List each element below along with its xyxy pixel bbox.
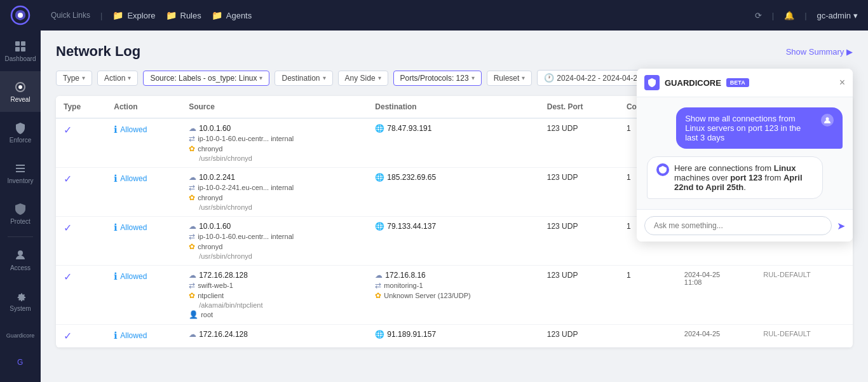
svg-rect-5 <box>21 47 25 51</box>
filter-ports-protocols[interactable]: Ports/Protocols: 123 ▾ <box>393 71 482 86</box>
sidebar-item-access[interactable]: Access <box>0 240 41 280</box>
cell-time: 2024-04-2511:08 <box>677 266 756 325</box>
topnav-link-rules[interactable]: 📁 Rules <box>166 10 201 20</box>
ai-bot-icon <box>656 163 669 176</box>
topnav-link-agents[interactable]: 📁 Agents <box>212 10 252 20</box>
ai-messages-area: Show me all connections from Linux serve… <box>637 97 853 209</box>
ai-logo <box>644 75 660 90</box>
refresh-icon[interactable]: ⟳ <box>755 11 762 20</box>
user-menu[interactable]: gc-admin ▾ <box>817 11 858 20</box>
notifications-icon[interactable]: 🔔 <box>784 11 794 20</box>
ai-beta-badge: BETA <box>726 78 749 87</box>
page-header: Network Log Show Summary ▶ <box>56 43 853 60</box>
cell-source: ☁ 10.0.1.60⇄ ip-10-0-1-60.eu-centr... in… <box>181 118 367 168</box>
sidebar-bottom: Guardicore G <box>0 327 41 382</box>
table-row[interactable]: ✓ℹ Allowed☁ 172.16.28.128⇄ swift-web-1✿ … <box>56 266 853 325</box>
ai-input-area: ➤ <box>637 209 853 242</box>
col-destination[interactable]: Destination <box>367 96 539 118</box>
col-type[interactable]: Type <box>56 96 106 118</box>
ai-panel-header: GUARDICORE BETA × <box>637 69 853 97</box>
sidebar-item-gc[interactable]: G <box>0 341 41 382</box>
cell-action: ℹ Allowed <box>106 266 181 325</box>
svg-text:G: G <box>17 358 23 367</box>
cell-dest-port: 123 UDP <box>539 217 619 266</box>
sidebar-item-protect[interactable]: Protect <box>0 193 41 234</box>
cell-time: 2024-04-25 <box>677 325 756 348</box>
cell-action: ℹ Allowed <box>106 325 181 348</box>
svg-rect-3 <box>21 41 25 46</box>
sidebar-divider <box>8 236 33 237</box>
cell-source: ☁ 172.16.28.128⇄ swift-web-1✿ ntpclient/… <box>181 266 367 325</box>
sidebar-item-reveal[interactable]: Reveal <box>0 71 41 112</box>
cell-action: ℹ Allowed <box>106 168 181 217</box>
cell-source: ☁ 172.16.24.128 <box>181 325 367 348</box>
topnav-link-explore[interactable]: 📁 Explore <box>112 10 155 20</box>
sidebar-logo <box>0 0 41 31</box>
sidebar: Dashboard Reveal Enforce Inventory Prote… <box>0 0 41 382</box>
svg-point-6 <box>18 85 22 89</box>
cell-count <box>619 325 677 348</box>
ai-user-message: Show me all connections from Linux serve… <box>676 107 843 149</box>
col-dest-port[interactable]: Dest. Port <box>539 96 619 118</box>
main-area: Quick Links | 📁 Explore 📁 Rules 📁 Agents… <box>41 0 868 382</box>
ai-send-btn[interactable]: ➤ <box>837 220 845 232</box>
content-area: Network Log Show Summary ▶ Type ▾ Action… <box>41 31 868 382</box>
cell-destination: 🌐 91.189.91.157 <box>367 325 539 348</box>
filter-any-side[interactable]: Any Side ▾ <box>338 71 388 86</box>
col-source[interactable]: Source <box>181 96 367 118</box>
cell-type: ✓ <box>56 118 106 168</box>
cell-destination: 🌐 79.133.44.137 <box>367 217 539 266</box>
ai-input-field[interactable] <box>644 216 832 235</box>
cell-action: ℹ Allowed <box>106 217 181 266</box>
cell-source: ☁ 10.0.2.241⇄ ip-10-0-2-241.eu-cen... in… <box>181 168 367 217</box>
cell-destination: 🌐 185.232.69.65 <box>367 168 539 217</box>
col-action[interactable]: Action <box>106 96 181 118</box>
svg-rect-2 <box>15 41 20 46</box>
user-avatar <box>821 114 834 126</box>
cell-type: ✓ <box>56 266 106 325</box>
quick-links-label: Quick Links <box>51 11 90 20</box>
page-title: Network Log <box>56 43 140 60</box>
sidebar-item-dashboard[interactable]: Dashboard <box>0 31 41 71</box>
filter-source[interactable]: Source: Labels - os_type: Linux ▾ <box>143 71 269 86</box>
cell-type: ✓ <box>56 217 106 266</box>
cell-count: 1 <box>619 266 677 325</box>
cell-destination: ☁ 172.16.8.16⇄ monitoring-1✿ Unknown Ser… <box>367 266 539 325</box>
cell-type: ✓ <box>56 168 106 217</box>
ai-panel: GUARDICORE BETA × Show me all connection… <box>637 69 853 242</box>
topnav: Quick Links | 📁 Explore 📁 Rules 📁 Agents… <box>41 0 868 31</box>
guardicore-label: Guardicore <box>0 327 41 341</box>
cell-action: ℹ Allowed <box>106 118 181 168</box>
cell-dest-port: 123 UDP <box>539 266 619 325</box>
topnav-right: ⟳ | 🔔 | gc-admin ▾ <box>755 11 858 20</box>
cell-ruleset: RUL-DEFAULT <box>756 266 853 325</box>
svg-rect-4 <box>15 47 20 51</box>
cell-dest-port: 123 UDP <box>539 168 619 217</box>
sidebar-item-enforce[interactable]: Enforce <box>0 112 41 153</box>
sidebar-item-system[interactable]: System <box>0 280 41 321</box>
cell-destination: 🌐 78.47.93.191 <box>367 118 539 168</box>
filter-action[interactable]: Action ▾ <box>97 71 138 86</box>
cell-dest-port: 123 UDP <box>539 325 619 348</box>
svg-point-8 <box>826 118 829 121</box>
ai-title: GUARDICORE <box>665 78 721 88</box>
cell-dest-port: 123 UDP <box>539 118 619 168</box>
ai-bot-message-text: Here are connections from Linux machines… <box>674 163 813 192</box>
sidebar-item-inventory[interactable]: Inventory <box>0 153 41 193</box>
ai-close-btn[interactable]: × <box>839 77 845 88</box>
ai-bot-message: Here are connections from Linux machines… <box>647 156 823 199</box>
cell-type: ✓ <box>56 325 106 348</box>
cell-ruleset: RUL-DEFAULT <box>756 325 853 348</box>
table-row[interactable]: ✓ℹ Allowed☁ 172.16.24.128🌐 91.189.91.157… <box>56 325 853 348</box>
filter-ruleset[interactable]: Ruleset ▾ <box>487 71 532 86</box>
filter-type[interactable]: Type ▾ <box>56 71 92 86</box>
cell-source: ☁ 10.0.1.60⇄ ip-10-0-1-60.eu-centr... in… <box>181 217 367 266</box>
show-summary-btn[interactable]: Show Summary ▶ <box>786 47 853 57</box>
filter-destination[interactable]: Destination ▾ <box>275 71 332 86</box>
svg-point-1 <box>18 13 23 18</box>
